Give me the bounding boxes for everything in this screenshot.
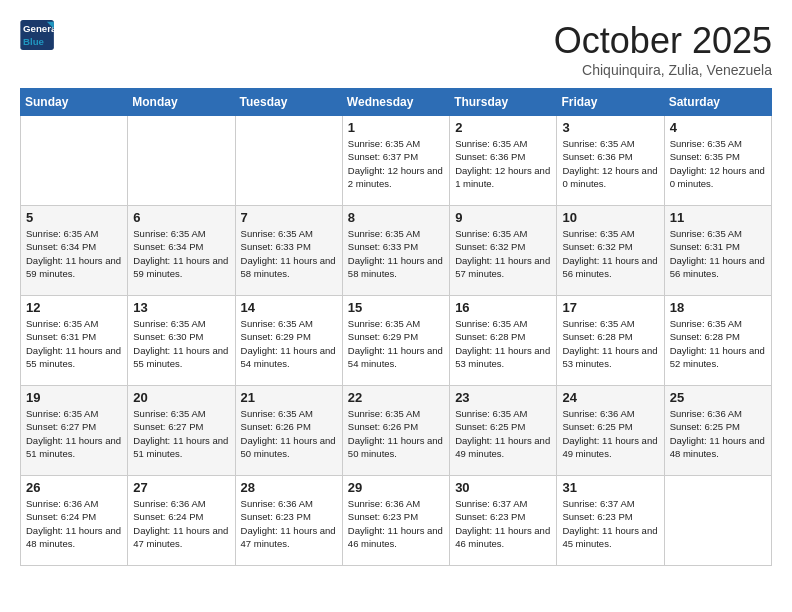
day-number: 8 (348, 210, 444, 225)
day-detail: Sunrise: 6:36 AMSunset: 6:23 PMDaylight:… (241, 497, 337, 550)
day-cell: 15Sunrise: 6:35 AMSunset: 6:29 PMDayligh… (342, 296, 449, 386)
day-cell: 26Sunrise: 6:36 AMSunset: 6:24 PMDayligh… (21, 476, 128, 566)
day-cell (664, 476, 771, 566)
day-number: 23 (455, 390, 551, 405)
day-cell: 1Sunrise: 6:35 AMSunset: 6:37 PMDaylight… (342, 116, 449, 206)
week-row-2: 5Sunrise: 6:35 AMSunset: 6:34 PMDaylight… (21, 206, 772, 296)
day-detail: Sunrise: 6:35 AMSunset: 6:29 PMDaylight:… (241, 317, 337, 370)
day-cell: 19Sunrise: 6:35 AMSunset: 6:27 PMDayligh… (21, 386, 128, 476)
day-cell (21, 116, 128, 206)
day-number: 28 (241, 480, 337, 495)
day-detail: Sunrise: 6:35 AMSunset: 6:30 PMDaylight:… (133, 317, 229, 370)
day-detail: Sunrise: 6:35 AMSunset: 6:27 PMDaylight:… (133, 407, 229, 460)
day-cell: 18Sunrise: 6:35 AMSunset: 6:28 PMDayligh… (664, 296, 771, 386)
logo-icon: General Blue (20, 20, 56, 50)
month-title: October 2025 (554, 20, 772, 62)
weekday-header-monday: Monday (128, 89, 235, 116)
day-cell: 2Sunrise: 6:35 AMSunset: 6:36 PMDaylight… (450, 116, 557, 206)
day-number: 24 (562, 390, 658, 405)
day-cell: 20Sunrise: 6:35 AMSunset: 6:27 PMDayligh… (128, 386, 235, 476)
day-cell: 6Sunrise: 6:35 AMSunset: 6:34 PMDaylight… (128, 206, 235, 296)
day-number: 16 (455, 300, 551, 315)
day-cell: 4Sunrise: 6:35 AMSunset: 6:35 PMDaylight… (664, 116, 771, 206)
day-cell: 10Sunrise: 6:35 AMSunset: 6:32 PMDayligh… (557, 206, 664, 296)
day-cell: 22Sunrise: 6:35 AMSunset: 6:26 PMDayligh… (342, 386, 449, 476)
day-detail: Sunrise: 6:35 AMSunset: 6:36 PMDaylight:… (562, 137, 658, 190)
day-detail: Sunrise: 6:35 AMSunset: 6:28 PMDaylight:… (455, 317, 551, 370)
day-detail: Sunrise: 6:35 AMSunset: 6:31 PMDaylight:… (670, 227, 766, 280)
day-detail: Sunrise: 6:35 AMSunset: 6:35 PMDaylight:… (670, 137, 766, 190)
day-number: 3 (562, 120, 658, 135)
day-number: 18 (670, 300, 766, 315)
day-cell: 7Sunrise: 6:35 AMSunset: 6:33 PMDaylight… (235, 206, 342, 296)
day-cell (128, 116, 235, 206)
week-row-1: 1Sunrise: 6:35 AMSunset: 6:37 PMDaylight… (21, 116, 772, 206)
day-detail: Sunrise: 6:35 AMSunset: 6:34 PMDaylight:… (133, 227, 229, 280)
day-cell: 9Sunrise: 6:35 AMSunset: 6:32 PMDaylight… (450, 206, 557, 296)
day-detail: Sunrise: 6:36 AMSunset: 6:25 PMDaylight:… (670, 407, 766, 460)
day-number: 4 (670, 120, 766, 135)
day-cell: 24Sunrise: 6:36 AMSunset: 6:25 PMDayligh… (557, 386, 664, 476)
weekday-header-row: SundayMondayTuesdayWednesdayThursdayFrid… (21, 89, 772, 116)
weekday-header-thursday: Thursday (450, 89, 557, 116)
day-detail: Sunrise: 6:36 AMSunset: 6:23 PMDaylight:… (348, 497, 444, 550)
day-cell (235, 116, 342, 206)
day-detail: Sunrise: 6:35 AMSunset: 6:29 PMDaylight:… (348, 317, 444, 370)
day-cell: 16Sunrise: 6:35 AMSunset: 6:28 PMDayligh… (450, 296, 557, 386)
day-cell: 13Sunrise: 6:35 AMSunset: 6:30 PMDayligh… (128, 296, 235, 386)
day-number: 2 (455, 120, 551, 135)
day-detail: Sunrise: 6:35 AMSunset: 6:33 PMDaylight:… (348, 227, 444, 280)
title-block: October 2025 Chiquinquira, Zulia, Venezu… (554, 20, 772, 78)
day-number: 17 (562, 300, 658, 315)
weekday-header-friday: Friday (557, 89, 664, 116)
day-number: 10 (562, 210, 658, 225)
day-detail: Sunrise: 6:35 AMSunset: 6:26 PMDaylight:… (241, 407, 337, 460)
day-number: 5 (26, 210, 122, 225)
day-number: 25 (670, 390, 766, 405)
day-number: 11 (670, 210, 766, 225)
day-detail: Sunrise: 6:35 AMSunset: 6:34 PMDaylight:… (26, 227, 122, 280)
day-number: 14 (241, 300, 337, 315)
day-detail: Sunrise: 6:35 AMSunset: 6:28 PMDaylight:… (562, 317, 658, 370)
day-cell: 21Sunrise: 6:35 AMSunset: 6:26 PMDayligh… (235, 386, 342, 476)
day-detail: Sunrise: 6:35 AMSunset: 6:37 PMDaylight:… (348, 137, 444, 190)
day-number: 26 (26, 480, 122, 495)
day-cell: 23Sunrise: 6:35 AMSunset: 6:25 PMDayligh… (450, 386, 557, 476)
day-detail: Sunrise: 6:36 AMSunset: 6:24 PMDaylight:… (133, 497, 229, 550)
day-cell: 3Sunrise: 6:35 AMSunset: 6:36 PMDaylight… (557, 116, 664, 206)
weekday-header-wednesday: Wednesday (342, 89, 449, 116)
day-number: 30 (455, 480, 551, 495)
day-number: 7 (241, 210, 337, 225)
day-number: 27 (133, 480, 229, 495)
logo: General Blue (20, 20, 56, 50)
day-number: 31 (562, 480, 658, 495)
day-detail: Sunrise: 6:35 AMSunset: 6:25 PMDaylight:… (455, 407, 551, 460)
day-number: 19 (26, 390, 122, 405)
day-detail: Sunrise: 6:35 AMSunset: 6:28 PMDaylight:… (670, 317, 766, 370)
day-detail: Sunrise: 6:35 AMSunset: 6:33 PMDaylight:… (241, 227, 337, 280)
day-number: 1 (348, 120, 444, 135)
day-number: 21 (241, 390, 337, 405)
day-number: 29 (348, 480, 444, 495)
day-number: 13 (133, 300, 229, 315)
day-cell: 28Sunrise: 6:36 AMSunset: 6:23 PMDayligh… (235, 476, 342, 566)
day-cell: 25Sunrise: 6:36 AMSunset: 6:25 PMDayligh… (664, 386, 771, 476)
weekday-header-tuesday: Tuesday (235, 89, 342, 116)
page-header: General Blue October 2025 Chiquinquira, … (20, 20, 772, 78)
calendar-table: SundayMondayTuesdayWednesdayThursdayFrid… (20, 88, 772, 566)
day-cell: 27Sunrise: 6:36 AMSunset: 6:24 PMDayligh… (128, 476, 235, 566)
day-number: 9 (455, 210, 551, 225)
day-detail: Sunrise: 6:36 AMSunset: 6:25 PMDaylight:… (562, 407, 658, 460)
day-number: 6 (133, 210, 229, 225)
day-number: 12 (26, 300, 122, 315)
day-cell: 8Sunrise: 6:35 AMSunset: 6:33 PMDaylight… (342, 206, 449, 296)
day-cell: 29Sunrise: 6:36 AMSunset: 6:23 PMDayligh… (342, 476, 449, 566)
day-cell: 31Sunrise: 6:37 AMSunset: 6:23 PMDayligh… (557, 476, 664, 566)
day-detail: Sunrise: 6:37 AMSunset: 6:23 PMDaylight:… (562, 497, 658, 550)
weekday-header-saturday: Saturday (664, 89, 771, 116)
day-cell: 5Sunrise: 6:35 AMSunset: 6:34 PMDaylight… (21, 206, 128, 296)
day-number: 22 (348, 390, 444, 405)
location: Chiquinquira, Zulia, Venezuela (554, 62, 772, 78)
day-detail: Sunrise: 6:37 AMSunset: 6:23 PMDaylight:… (455, 497, 551, 550)
svg-text:Blue: Blue (23, 36, 45, 47)
